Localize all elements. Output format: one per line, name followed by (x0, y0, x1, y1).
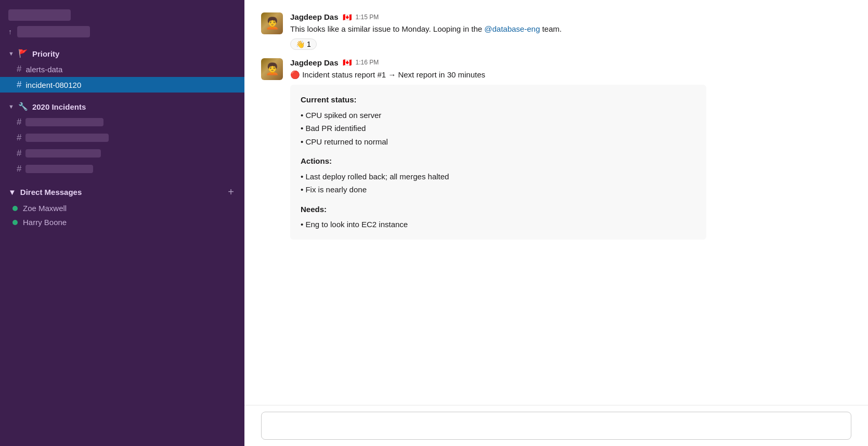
hash-icon: # (17, 117, 21, 127)
chevron-down-icon: ▼ (8, 188, 16, 196)
sidebar-item-incident-080120[interactable]: # incident-080120 (0, 77, 244, 93)
message-input-area (244, 405, 868, 446)
dm-user-name: Harry Boone (23, 218, 67, 227)
dm-item-zoe-maxwell[interactable]: Zoe Maxwell (0, 201, 244, 215)
list-item: CPU returned to normal (301, 135, 696, 149)
sidebar: ↑ ▼ 🚩 Priority # alerts-data # incident-… (0, 0, 244, 446)
sidebar-workspace-name[interactable] (8, 9, 71, 21)
message-content-2: Jagdeep Das 🇨🇦 1:16 PM 🔴 Incident status… (290, 58, 851, 240)
message-2: 🧑‍🦱 Jagdeep Das 🇨🇦 1:16 PM 🔴 Incident st… (261, 54, 851, 244)
sidebar-item-placeholder-4[interactable]: # (0, 161, 244, 177)
channel-name: incident-080120 (25, 81, 81, 89)
report-actions-label: Actions: (301, 154, 696, 168)
message-text-1: This looks like a similar issue to Monda… (290, 23, 851, 35)
chevron-down-icon: ▼ (8, 50, 14, 57)
author-status-emoji: 🇨🇦 (343, 58, 352, 67)
priority-section-header[interactable]: ▼ 🚩 Priority (0, 46, 244, 61)
sidebar-second-row: ↑ (8, 26, 236, 37)
main-content: 🧑‍🦱 Jagdeep Das 🇨🇦 1:15 PM This looks li… (244, 0, 868, 446)
dm-header-left: ▼ Direct Messages (8, 188, 82, 196)
report-current-status-label: Current status: (301, 93, 696, 107)
list-item: Fix is nearly done (301, 183, 696, 196)
reaction-wave[interactable]: 👋 1 (290, 38, 317, 50)
online-status-icon (12, 206, 18, 211)
channel-bar (25, 134, 109, 142)
message-input[interactable] (261, 412, 851, 440)
report-current-status-list: CPU spiked on server Bad PR identified C… (301, 109, 696, 149)
dm-section: ▼ Direct Messages + Zoe Maxwell Harry Bo… (0, 180, 244, 232)
sidebar-item-placeholder-3[interactable]: # (0, 146, 244, 161)
list-item: Eng to look into EC2 instance (301, 218, 696, 231)
message-header-2: Jagdeep Das 🇨🇦 1:16 PM (290, 58, 851, 67)
sidebar-top-row (8, 9, 236, 21)
sidebar-status-bar (17, 26, 90, 37)
mention-database-eng[interactable]: @database-eng (484, 24, 540, 33)
reaction-emoji: 👋 (296, 40, 305, 48)
avatar: 🧑‍🦱 (261, 12, 283, 34)
message-time: 1:15 PM (356, 14, 379, 21)
add-dm-button[interactable]: + (226, 186, 236, 198)
list-item: Bad PR identified (301, 122, 696, 135)
hash-icon: # (17, 80, 21, 90)
report-block: Current status: CPU spiked on server Bad… (290, 85, 706, 240)
dm-section-label: Direct Messages (20, 188, 82, 196)
message-author: Jagdeep Das (290, 58, 339, 67)
reaction-count: 1 (307, 40, 311, 48)
dm-item-harry-boone[interactable]: Harry Boone (0, 215, 244, 229)
channel-name: alerts-data (25, 65, 62, 74)
dm-user-name: Zoe Maxwell (23, 204, 67, 213)
hash-icon: # (17, 164, 21, 174)
sidebar-top: ↑ (0, 0, 244, 43)
incidents-label: 2020 Incidents (32, 102, 86, 111)
up-arrow-icon[interactable]: ↑ (8, 28, 12, 36)
chevron-down-icon: ▼ (8, 103, 14, 110)
incidents-section-header[interactable]: ▼ 🔧 2020 Incidents (0, 99, 244, 114)
list-item: CPU spiked on server (301, 109, 696, 122)
channel-bar (25, 118, 103, 126)
user-avatar-image: 🧑‍🦱 (261, 58, 283, 80)
sidebar-item-alerts-data[interactable]: # alerts-data (0, 61, 244, 77)
hash-icon: # (17, 148, 21, 159)
sidebar-item-placeholder-1[interactable]: # (0, 114, 244, 130)
message-content-1: Jagdeep Das 🇨🇦 1:15 PM This looks like a… (290, 12, 851, 50)
avatar: 🧑‍🦱 (261, 58, 283, 80)
message-time: 1:16 PM (356, 59, 379, 66)
report-actions-list: Last deploy rolled back; all merges halt… (301, 170, 696, 196)
channel-bar (25, 149, 101, 158)
hash-icon: # (17, 64, 21, 74)
report-needs-label: Needs: (301, 203, 696, 216)
priority-label: Priority (32, 49, 60, 58)
report-needs-list: Eng to look into EC2 instance (301, 218, 696, 231)
online-status-icon (12, 220, 18, 225)
channel-bar (25, 165, 93, 173)
dm-section-header[interactable]: ▼ Direct Messages + (0, 183, 244, 201)
list-item: Last deploy rolled back; all merges halt… (301, 170, 696, 183)
incidents-section: ▼ 🔧 2020 Incidents # # # # (0, 96, 244, 180)
messages-area: 🧑‍🦱 Jagdeep Das 🇨🇦 1:15 PM This looks li… (244, 0, 868, 405)
hash-icon: # (17, 133, 21, 143)
priority-flag-icon: 🚩 (18, 49, 28, 58)
wrench-icon: 🔧 (18, 102, 28, 111)
author-status-emoji: 🇨🇦 (343, 13, 352, 21)
user-avatar-image: 🧑‍🦱 (261, 12, 283, 34)
sidebar-item-placeholder-2[interactable]: # (0, 130, 244, 146)
message-1: 🧑‍🦱 Jagdeep Das 🇨🇦 1:15 PM This looks li… (261, 8, 851, 54)
message-author: Jagdeep Das (290, 12, 339, 21)
message-text-2-intro: 🔴 Incident status report #1 → Next repor… (290, 69, 851, 81)
message-header-1: Jagdeep Das 🇨🇦 1:15 PM (290, 12, 851, 21)
priority-section: ▼ 🚩 Priority # alerts-data # incident-08… (0, 43, 244, 96)
